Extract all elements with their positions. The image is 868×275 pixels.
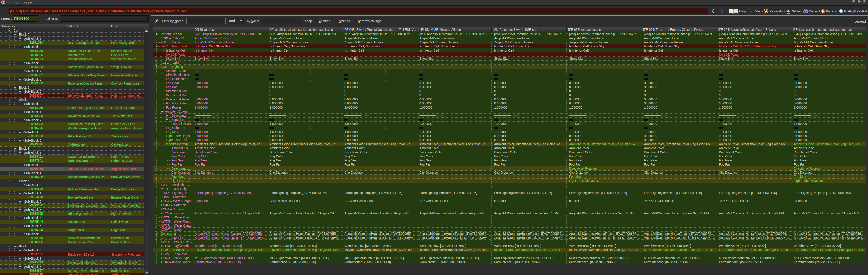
svg-text:GP: GP xyxy=(749,10,752,12)
